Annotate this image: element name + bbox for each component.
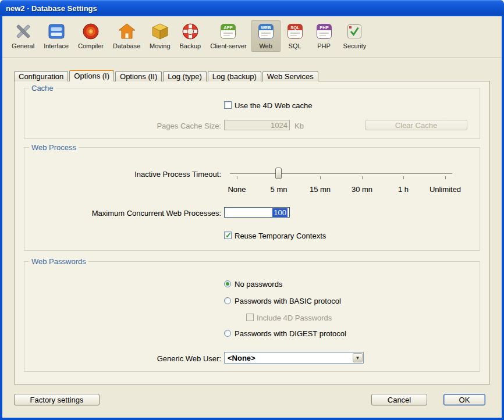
- database-settings-window: new2 - Database Settings General: [0, 0, 504, 420]
- slider-tick: [237, 176, 237, 179]
- toolbar-item-php[interactable]: PHP PHP: [310, 20, 339, 52]
- svg-text:SQL: SQL: [290, 25, 300, 30]
- tab-strip: Configuration Options (I) Options (II) L…: [14, 70, 320, 81]
- svg-text:APP: APP: [224, 25, 233, 30]
- pages-cache-size-input[interactable]: 1024: [224, 120, 290, 130]
- generic-web-user-value: <None>: [228, 354, 255, 362]
- dialog-body: General Interface: [2, 16, 502, 418]
- slider-tick: [445, 176, 446, 179]
- toolbar-item-moving[interactable]: Moving: [145, 20, 175, 52]
- toolbar-item-interface[interactable]: Interface: [39, 20, 73, 52]
- digest-protocol-label: Passwords with DIGEST protocol: [235, 329, 346, 338]
- toolbar-item-label: Client-server: [210, 42, 246, 49]
- web-passwords-group: Web Passwords No passwords Passwords wit…: [24, 261, 480, 372]
- tab-log-type[interactable]: Log (type): [163, 71, 207, 81]
- max-concurrent-value: 100: [272, 208, 288, 217]
- use-web-cache-checkbox[interactable]: [224, 101, 232, 109]
- app-badge-icon: APP: [219, 22, 237, 41]
- slider-track[interactable]: [230, 173, 452, 175]
- slider-tick-label: 5 mn: [271, 185, 288, 194]
- no-passwords-label: No passwords: [235, 280, 282, 289]
- wrench-screwdriver-icon: [14, 22, 33, 41]
- include-4d-passwords-label: Include 4D Passwords: [257, 314, 332, 322]
- toolbar-item-security[interactable]: Security: [339, 20, 371, 52]
- reuse-contexts-checkbox[interactable]: [224, 232, 232, 239]
- slider-tick: [320, 176, 321, 179]
- web-passwords-group-title: Web Passwords: [29, 257, 88, 266]
- monitor-icon: [47, 22, 66, 41]
- web-process-group-title: Web Process: [29, 143, 79, 152]
- cache-group: Cache Use the 4D Web cache Pages Cache S…: [24, 88, 480, 139]
- cache-size-unit-label: Kb: [294, 122, 304, 130]
- toolbar-item-general[interactable]: General: [7, 20, 39, 52]
- digest-protocol-radio[interactable]: [224, 330, 231, 337]
- inactive-timeout-slider[interactable]: None 5 mn 15 mn 30 mn 1 h Unlimited: [230, 164, 452, 194]
- web-process-group: Web Process Inactive Process Timeout: No…: [24, 147, 480, 251]
- pages-cache-size-label: Pages Cache Size:: [24, 122, 221, 130]
- tab-options-2[interactable]: Options (II): [115, 71, 162, 81]
- compiler-wheel-icon: [81, 22, 100, 41]
- php-badge-icon: PHP: [315, 22, 333, 41]
- slider-thumb[interactable]: [275, 168, 282, 179]
- generic-web-user-select[interactable]: <None> ▼: [224, 352, 364, 364]
- web-badge-icon: WEB: [257, 22, 275, 41]
- toolbar-item-label: Interface: [44, 42, 69, 49]
- toolbar-item-client-server[interactable]: APP Client-server: [205, 20, 251, 52]
- security-check-icon: [345, 22, 364, 41]
- slider-tick-label: 15 mn: [310, 185, 331, 194]
- toolbar-item-database[interactable]: Database: [108, 20, 145, 52]
- chevron-down-icon: ▼: [356, 355, 360, 361]
- slider-tick-label: 30 mn: [352, 185, 372, 194]
- toolbar: General Interface: [2, 17, 502, 58]
- tab-configuration[interactable]: Configuration: [14, 71, 68, 81]
- generic-web-user-label: Generic Web User:: [24, 354, 221, 363]
- slider-tick: [362, 176, 363, 179]
- svg-text:PHP: PHP: [320, 25, 328, 30]
- slider-tick-label: 1 h: [398, 185, 409, 194]
- use-web-cache-label: Use the 4D Web cache: [235, 101, 312, 110]
- title-bar[interactable]: new2 - Database Settings: [0, 0, 504, 16]
- toolbar-item-label: Compiler: [78, 42, 104, 49]
- package-box-icon: [151, 22, 169, 41]
- cache-group-title: Cache: [29, 84, 56, 92]
- content-panel: Cache Use the 4D Web cache Pages Cache S…: [14, 81, 490, 385]
- ok-button[interactable]: OK: [443, 394, 485, 405]
- clear-cache-button[interactable]: Clear Cache: [365, 120, 467, 130]
- slider-tick: [403, 176, 404, 179]
- toolbar-item-label: Moving: [150, 42, 170, 49]
- toolbar-item-label: Backup: [180, 42, 201, 49]
- lifebuoy-icon: [181, 22, 200, 41]
- toolbar-item-label: Security: [343, 42, 367, 49]
- dropdown-button[interactable]: ▼: [353, 353, 363, 362]
- include-4d-passwords-checkbox[interactable]: [246, 314, 254, 321]
- max-concurrent-label: Maximum Concurrent Web Processes:: [24, 209, 221, 218]
- toolbar-item-label: Database: [113, 42, 140, 49]
- window-title: new2 - Database Settings: [6, 4, 97, 13]
- toolbar-item-web[interactable]: WEB Web: [251, 20, 281, 52]
- no-passwords-radio[interactable]: [224, 280, 231, 287]
- basic-protocol-radio[interactable]: [224, 297, 231, 304]
- pages-cache-size-value: 1024: [271, 121, 288, 130]
- toolbar-item-label: General: [12, 42, 34, 49]
- tab-options-1[interactable]: Options (I): [69, 70, 114, 81]
- house-icon: [118, 22, 136, 41]
- toolbar-item-label: Web: [259, 42, 272, 49]
- max-concurrent-input[interactable]: 100: [224, 207, 290, 218]
- cancel-button[interactable]: Cancel: [371, 394, 427, 405]
- tab-web-services[interactable]: Web Services: [262, 71, 318, 81]
- basic-protocol-label: Passwords with BASIC protocol: [235, 297, 341, 305]
- slider-tick-label: None: [228, 185, 246, 194]
- tab-log-backup[interactable]: Log (backup): [208, 71, 261, 81]
- toolbar-item-backup[interactable]: Backup: [175, 20, 206, 52]
- toolbar-item-label: SQL: [289, 42, 301, 49]
- toolbar-item-compiler[interactable]: Compiler: [73, 20, 108, 52]
- reuse-contexts-label: Reuse Temporary Contexts: [235, 232, 326, 240]
- toolbar-item-label: PHP: [317, 42, 331, 49]
- svg-text:WEB: WEB: [261, 25, 271, 30]
- factory-settings-button[interactable]: Factory settings: [14, 394, 100, 405]
- inactive-timeout-label: Inactive Process Timeout:: [24, 170, 221, 179]
- toolbar-item-sql[interactable]: SQL SQL: [281, 20, 310, 52]
- sql-badge-icon: SQL: [286, 22, 304, 41]
- slider-tick-label: Unlimited: [430, 185, 461, 194]
